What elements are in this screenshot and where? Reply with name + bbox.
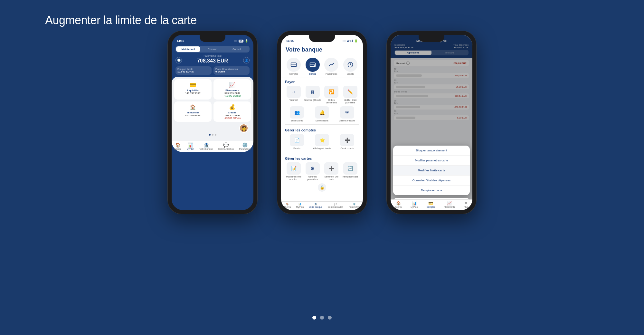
nav-myplan-3[interactable]: 📊 MyPlan [411, 201, 418, 208]
signal-icon-1: ▪▪▪ [234, 39, 237, 43]
credits-label: Crédits [216, 111, 248, 114]
placements-sub: + 10.843 EUR/an [216, 95, 248, 97]
action-extraits[interactable]: 📄 Extraits [285, 134, 309, 150]
p2-divider-1 [285, 124, 359, 125]
ordres-label: Ordres permanents [323, 99, 340, 104]
tab-pension[interactable]: Pension [200, 46, 224, 52]
myplan-icon-1: 📊 [188, 142, 193, 148]
nav-banque-2[interactable]: 🏦 Votre banque [309, 203, 323, 208]
page-dot-1[interactable] [312, 316, 316, 320]
icon-cartes[interactable]: Cartes [306, 58, 320, 75]
placements-icon: 📈 [216, 82, 248, 88]
home-icon-2: 🏠 [286, 203, 289, 206]
action-gerer-params[interactable]: ⚙ Gérer les paramètres [304, 162, 322, 181]
action-limite[interactable]: ✏️ Modifier limite journalière [342, 86, 359, 104]
payer-actions-grid: ↔ Virement ▦ Scanner QR code 🔁 Ordres pe… [285, 86, 359, 104]
liquidites-icon: 💳 [177, 82, 209, 88]
placements-label-2: Placements [326, 73, 337, 75]
modal-item-remplacer[interactable]: Remplacer carte [393, 186, 470, 195]
nav-label-apercu-1: Aperçu [174, 148, 181, 150]
modal-item-consulter[interactable]: Consulter l'état des dépenses [393, 176, 470, 186]
notch-1 [200, 35, 225, 42]
placements-icon-2 [324, 58, 338, 72]
nav-apercu-2[interactable]: 🏠 Aperçu [284, 203, 291, 208]
nav-params-1[interactable]: ⚙️ Paramètres [239, 142, 251, 150]
nav-label-apercu-2: Aperçu [284, 206, 291, 208]
nav-apercu-3[interactable]: 🏠 Aperçu [395, 201, 402, 208]
nav-label-myplan-2: MyPlan [296, 206, 304, 208]
icon-credits[interactable]: Crédits [343, 58, 357, 75]
modal-item-modifier-limite[interactable]: Modifier limite carte [393, 166, 470, 176]
comptes-icon [287, 58, 301, 72]
card-credits[interactable]: 💰 Crédits 180.301 EUR - 29.535 EUR/an [213, 101, 251, 122]
action-liaisons[interactable]: 👁 Liaisons Paycons [335, 106, 359, 122]
nav-params-2[interactable]: ⚙️ Paramètres [349, 203, 360, 208]
ordres-icon: 🔁 [324, 86, 338, 98]
placements-value: 323.369 EUR [216, 92, 248, 95]
remplacer-label: Remplacer carte [343, 176, 358, 178]
action-domiciliations[interactable]: 🔔 Domiciliations [310, 106, 334, 122]
action-ouvrir[interactable]: ➕ Ouvrir compte [335, 134, 359, 150]
phone-3-screen: Mastercard Blue privé Disponible 999.999… [391, 35, 472, 210]
nav-comm-2[interactable]: 💬 Communication [328, 203, 344, 208]
payer-actions-grid-2: 👥 Bénéficiaires 🔔 Domiciliations 👁 Liais… [285, 106, 359, 122]
bank-icon-2: 🏦 [314, 203, 317, 206]
modal-item-modifier-params[interactable]: Modifier paramètres carte [393, 156, 470, 166]
action-beneficiaires[interactable]: 👥 Bénéficiaires [285, 106, 309, 122]
action-qr[interactable]: ▦ Scanner QR code [304, 86, 322, 104]
action-virement[interactable]: ↔ Virement [285, 86, 303, 104]
nav-apercu-1[interactable]: 🏠 Aperçu [174, 142, 181, 150]
action-modifier-limite[interactable]: 📝 Modifier la limite de votre... [285, 162, 303, 181]
cartes-actions-grid: 📝 Modifier la limite de votre... ⚙ Gérer… [285, 162, 359, 181]
nav-myplan-2[interactable]: 📊 MyPlan [296, 203, 304, 208]
comm-icon-2: 💬 [334, 203, 337, 206]
extraits-icon: 📄 [290, 134, 304, 146]
nav-placements-3[interactable]: 📈 Placements [444, 201, 455, 208]
p1-tabs[interactable]: Maintenant Pension Conseil [175, 46, 250, 53]
card-placements[interactable]: 📈 Placements 323.369 EUR + 10.843 EUR/an [213, 79, 251, 100]
battery-icon-2: 🔋 [354, 39, 358, 43]
nav-label-comptes-3: Comptes [427, 206, 435, 208]
nav-plus-3[interactable]: ≡ Plus [464, 201, 468, 208]
limite-icon: ✏️ [343, 86, 357, 98]
nav-communication-1[interactable]: 💬 Communication [218, 142, 234, 150]
nav-myplan-1[interactable]: 📊 MyPlan [187, 142, 194, 150]
affichage-label: Affichage et favoris [313, 147, 331, 150]
page-dot-3[interactable] [328, 316, 332, 320]
action-remplacer[interactable]: 🔄 Remplacer carte [342, 162, 359, 181]
credits-icon: 💰 [216, 104, 248, 110]
gerer-params-icon: ⚙ [306, 162, 320, 175]
page-dot-2[interactable] [320, 316, 324, 320]
action-demander-carte[interactable]: ➕ Demander une carte [323, 162, 340, 181]
modifier-limite-icon: 📝 [287, 162, 301, 175]
immobilier-value: 415.529 EUR [177, 114, 209, 117]
tab-maintenant[interactable]: Maintenant [176, 46, 200, 52]
phone-1-screen: 14:19 ▪▪▪ 5G 🔋 Maintenant Pension Consei… [172, 35, 253, 210]
patrimoine-label: Patrimoine total [197, 54, 228, 57]
benef-icon: 👥 [290, 106, 304, 119]
nav-comptes-3[interactable]: 💳 Comptes [427, 201, 435, 208]
icon-placements[interactable]: Placements [324, 58, 338, 75]
user-avatar[interactable]: 👩 [239, 124, 248, 133]
tab-conseil[interactable]: Conseil [225, 46, 249, 52]
cartes-section-title: Gérer les cartes [285, 157, 359, 160]
time-1: 14:19 [177, 39, 184, 43]
epargne-value-0: 10.843 EUR/a [177, 70, 210, 73]
5g-badge-1: 5G [239, 40, 243, 43]
action-affichage[interactable]: ⭐ Affichage et favoris [310, 134, 334, 150]
nav-label-plus-3: Plus [464, 206, 468, 208]
bank-icon-1: 🏦 [204, 142, 209, 148]
card-liquidites[interactable]: 💳 Liquidités 149.747 EUR [174, 79, 212, 100]
modal-item-bloquer[interactable]: Bloquer temporairement [393, 146, 470, 156]
p1-cards-grid: 💳 Liquidités 149.747 EUR 📈 Placements 32… [174, 79, 251, 122]
nav-votrbanque-1[interactable]: 🏦 Votre banque [200, 142, 213, 150]
card-immobilier[interactable]: 🏠 Immobilier 415.529 EUR [174, 101, 212, 122]
lock-icon: 🔒 [318, 183, 326, 192]
virement-label: Virement [289, 99, 298, 101]
comptes-actions-grid: 📄 Extraits ⭐ Affichage et favoris ➕ Ouvr… [285, 134, 359, 150]
action-ordres[interactable]: 🔁 Ordres permanents [323, 86, 340, 104]
comptes-label: Comptes [289, 73, 298, 75]
p2-divider-2 [285, 153, 359, 153]
comptes-section-title: Gérer les comptes [285, 128, 359, 132]
icon-comptes[interactable]: Comptes [287, 58, 301, 75]
